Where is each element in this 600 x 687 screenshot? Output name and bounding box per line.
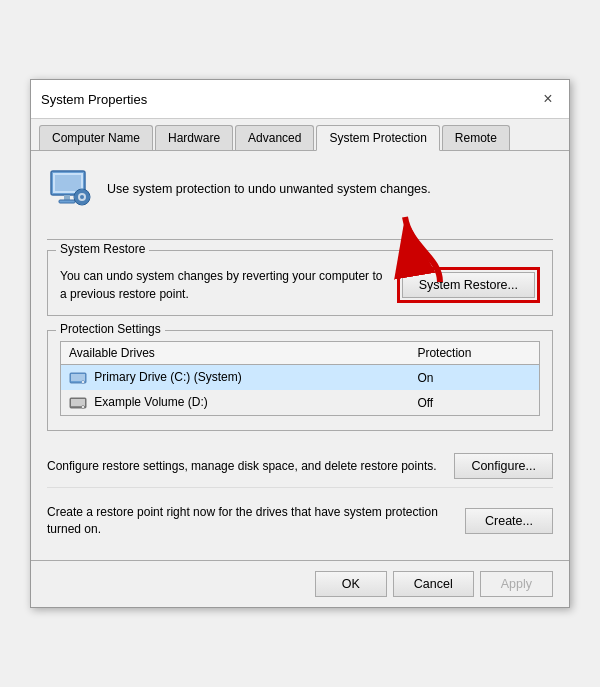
col-protection: Protection [409,342,539,365]
table-row[interactable]: Example Volume (D:) Off [61,390,540,415]
title-bar: System Properties × [31,80,569,119]
close-button[interactable]: × [537,88,559,110]
tab-advanced[interactable]: Advanced [235,125,314,150]
protection-settings-title: Protection Settings [56,322,165,336]
create-action-row: Create a restore point right now for the… [47,496,553,546]
tab-system-protection[interactable]: System Protection [316,125,439,151]
drive-name-primary: Primary Drive (C:) (System) [61,365,410,390]
tab-bar: Computer Name Hardware Advanced System P… [31,119,569,151]
create-description: Create a restore point right now for the… [47,504,453,538]
header-section: Use system protection to undo unwanted s… [47,165,553,225]
svg-rect-4 [59,200,75,203]
protection-settings-group: Protection Settings Available Drives Pro… [47,330,553,431]
create-button[interactable]: Create... [465,508,553,534]
tab-computer-name[interactable]: Computer Name [39,125,153,150]
tab-remote[interactable]: Remote [442,125,510,150]
divider-1 [47,239,553,240]
system-restore-title: System Restore [56,242,149,256]
configure-action-row: Configure restore settings, manage disk … [47,445,553,488]
header-description: Use system protection to undo unwanted s… [107,181,431,199]
svg-point-7 [80,195,84,199]
table-row[interactable]: Primary Drive (C:) (System) On [61,365,540,390]
ok-button[interactable]: OK [315,571,387,597]
restore-description: You can undo system changes by reverting… [60,267,383,303]
drive-status-primary: On [409,365,539,390]
svg-rect-17 [71,399,85,406]
system-properties-window: System Properties × Computer Name Hardwa… [30,79,570,607]
svg-rect-8 [81,189,84,192]
system-restore-button-highlight: System Restore... [397,267,540,303]
drives-table: Available Drives Protection [60,341,540,416]
svg-rect-10 [74,196,77,199]
svg-rect-3 [64,195,70,200]
configure-button[interactable]: Configure... [454,453,553,479]
drive-status-example: Off [409,390,539,415]
apply-button[interactable]: Apply [480,571,553,597]
computer-icon [47,165,95,213]
cancel-button[interactable]: Cancel [393,571,474,597]
tab-content: Use system protection to undo unwanted s… [31,151,569,559]
drive-name-example: Example Volume (D:) [61,390,410,415]
svg-rect-14 [71,374,85,381]
system-restore-group: System Restore You can undo system chang… [47,250,553,316]
svg-rect-9 [81,202,84,205]
system-restore-button[interactable]: System Restore... [402,272,535,298]
restore-row: You can undo system changes by reverting… [60,267,540,303]
svg-point-18 [82,406,85,409]
svg-point-15 [82,381,85,384]
drive-icon-example [69,396,87,410]
configure-description: Configure restore settings, manage disk … [47,458,442,475]
window-title: System Properties [41,92,147,107]
svg-rect-2 [55,175,81,191]
svg-rect-11 [87,196,90,199]
tab-hardware[interactable]: Hardware [155,125,233,150]
drive-icon-primary [69,371,87,385]
col-available-drives: Available Drives [61,342,410,365]
footer-buttons: OK Cancel Apply [31,560,569,607]
